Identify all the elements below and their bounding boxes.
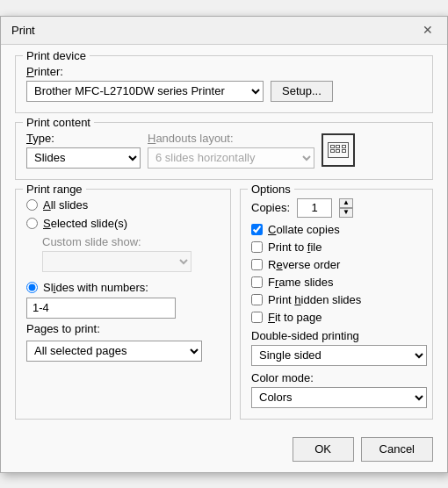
- handouts-label-underline: H: [148, 132, 155, 145]
- collate-checkbox[interactable]: [251, 224, 263, 235]
- print-to-file-item: Print to file: [251, 240, 422, 254]
- type-group: Type: Slides Handouts Notes Outline: [26, 132, 141, 169]
- printer-row: Brother MFC-L2710DW series Printer Setup…: [26, 81, 422, 102]
- close-button[interactable]: ✕: [419, 21, 437, 39]
- left-panel: Print range All slides Selected slide(s): [15, 189, 231, 420]
- frame-slides-label: Frame slides: [268, 276, 333, 289]
- button-row: OK Cancel: [1, 430, 447, 472]
- collate-item: Collate copies: [251, 223, 422, 236]
- color-mode-select[interactable]: Colors Grayscale Black & White: [251, 387, 427, 408]
- options-section: Options Copies: ▲ ▼ Collate c: [240, 189, 433, 420]
- ok-button[interactable]: OK: [293, 437, 354, 462]
- print-content-title: Print content: [23, 116, 94, 129]
- selected-slides-radio-item[interactable]: Selected slide(s): [26, 217, 220, 230]
- print-content-section: Print content Type: Slides Handouts Note…: [15, 122, 433, 180]
- selected-rest: elected slide(s): [51, 217, 127, 230]
- slide-preview-inner: [328, 142, 349, 158]
- fit-underline: F: [268, 311, 275, 324]
- printer-label-underline: P: [26, 65, 34, 78]
- pages-to-print-label: Pages to print:: [26, 322, 220, 335]
- print-to-file-checkbox[interactable]: [251, 241, 263, 253]
- all-slides-label: All slides: [43, 198, 88, 212]
- main-content: Print range All slides Selected slide(s): [15, 189, 433, 420]
- fit-to-page-item: Fit to page: [251, 311, 422, 324]
- type-select[interactable]: Slides Handouts Notes Outline: [26, 147, 141, 169]
- print-dialog: Print ✕ Print device Printer: Brother MF…: [0, 16, 448, 473]
- reverse-order-item: Reverse order: [251, 258, 422, 271]
- reverse-order-label: Reverse order: [268, 258, 340, 271]
- collate-rest: ollate copies: [276, 223, 339, 236]
- selected-underline: S: [43, 217, 51, 230]
- copies-row: Copies: ▲ ▼: [251, 198, 422, 218]
- handouts-label-rest: andouts layout:: [155, 132, 233, 145]
- print-hidden-checkbox[interactable]: [251, 294, 263, 305]
- setup-button[interactable]: Setup...: [271, 81, 333, 102]
- color-mode-group: Color mode: Colors Grayscale Black & Whi…: [251, 371, 422, 408]
- reverse-underline: e: [276, 258, 282, 271]
- all-slides-radio[interactable]: [26, 199, 38, 211]
- printer-label-rest: rinter:: [34, 65, 63, 78]
- slides-numbers-radio[interactable]: [26, 282, 38, 293]
- fit-to-page-checkbox[interactable]: [251, 312, 263, 323]
- print-to-file-label: Print to file: [268, 240, 322, 254]
- slides-rest: des with numbers:: [55, 281, 148, 294]
- slides-number-input[interactable]: [26, 298, 176, 319]
- collate-label: Collate copies: [268, 223, 340, 236]
- right-panel: Options Copies: ▲ ▼ Collate c: [240, 189, 433, 420]
- slide-preview: [322, 133, 355, 167]
- frame-rest: ame slides: [278, 276, 333, 289]
- selected-slides-label: Selected slide(s): [43, 217, 127, 230]
- custom-show-label: Custom slide show:: [42, 235, 220, 248]
- content-row: Type: Slides Handouts Notes Outline Hand…: [26, 132, 422, 169]
- spin-up-button[interactable]: ▲: [339, 198, 353, 208]
- selected-slides-radio[interactable]: [26, 218, 38, 229]
- frame-slides-item: Frame slides: [251, 276, 422, 289]
- all-slides-underline: A: [43, 198, 51, 212]
- print-device-title: Print device: [23, 49, 90, 62]
- type-label-rest: ype:: [33, 132, 54, 145]
- reverse-order-checkbox[interactable]: [251, 259, 263, 270]
- print-range-title: Print range: [23, 183, 86, 196]
- slides-number-group: Slides with numbers:: [26, 281, 220, 319]
- all-slides-rest: ll slides: [51, 198, 89, 212]
- all-slides-radio-item[interactable]: All slides: [26, 198, 220, 212]
- spinner: ▲ ▼: [339, 198, 353, 218]
- custom-rest: ustom slide show:: [50, 235, 141, 248]
- pages-to-print-select[interactable]: All selected pages Odd pages Even pages: [26, 341, 202, 362]
- spin-down-button[interactable]: ▼: [339, 208, 353, 218]
- frame-slides-checkbox[interactable]: [251, 276, 263, 288]
- hidden-underline: h: [294, 293, 300, 306]
- handouts-select[interactable]: 6 slides horizontally 2 slides 3 slides …: [148, 147, 314, 169]
- double-sided-select[interactable]: Single sided Double sided (long edge) Do…: [251, 345, 427, 366]
- slides-numbers-label: Slides with numbers:: [43, 281, 148, 294]
- cancel-button[interactable]: Cancel: [361, 437, 433, 462]
- fit-to-page-label: Fit to page: [268, 311, 322, 324]
- print-hidden-label: Print hidden slides: [268, 293, 361, 306]
- file-rest: ile: [310, 240, 322, 254]
- copies-input[interactable]: [297, 198, 332, 218]
- print-hidden-item: Print hidden slides: [251, 293, 422, 306]
- fit-rest: it to page: [275, 311, 322, 324]
- custom-show-select[interactable]: [42, 251, 191, 272]
- color-mode-title: Color mode:: [251, 371, 422, 384]
- handouts-group: Handouts layout: 6 slides horizontally 2…: [148, 132, 314, 169]
- pages-to-print-group: Pages to print: All selected pages Odd p…: [26, 322, 220, 362]
- dialog-body: Print device Printer: Brother MFC-L2710D…: [1, 45, 447, 430]
- print-range-section: Print range All slides Selected slide(s): [15, 189, 231, 420]
- collate-underline: C: [268, 223, 276, 236]
- printer-label: Printer:: [26, 65, 422, 78]
- double-sided-title: Double-sided printing: [251, 329, 422, 342]
- dialog-title: Print: [11, 24, 35, 37]
- custom-show-field: Custom slide show:: [42, 235, 220, 272]
- printer-select[interactable]: Brother MFC-L2710DW series Printer: [26, 81, 264, 102]
- radio-group: All slides Selected slide(s) Custom slid…: [26, 198, 220, 319]
- slides-numbers-radio-item[interactable]: Slides with numbers:: [26, 281, 220, 294]
- double-sided-group: Double-sided printing Single sided Doubl…: [251, 329, 422, 366]
- handouts-label: Handouts layout:: [148, 132, 314, 145]
- type-label: Type:: [26, 132, 141, 145]
- reverse-rest: verse order: [283, 258, 341, 271]
- title-bar: Print ✕: [1, 17, 447, 45]
- print-device-section: Print device Printer: Brother MFC-L2710D…: [15, 55, 433, 113]
- copies-label: Copies:: [251, 201, 290, 214]
- hidden-rest: idden slides: [301, 293, 362, 306]
